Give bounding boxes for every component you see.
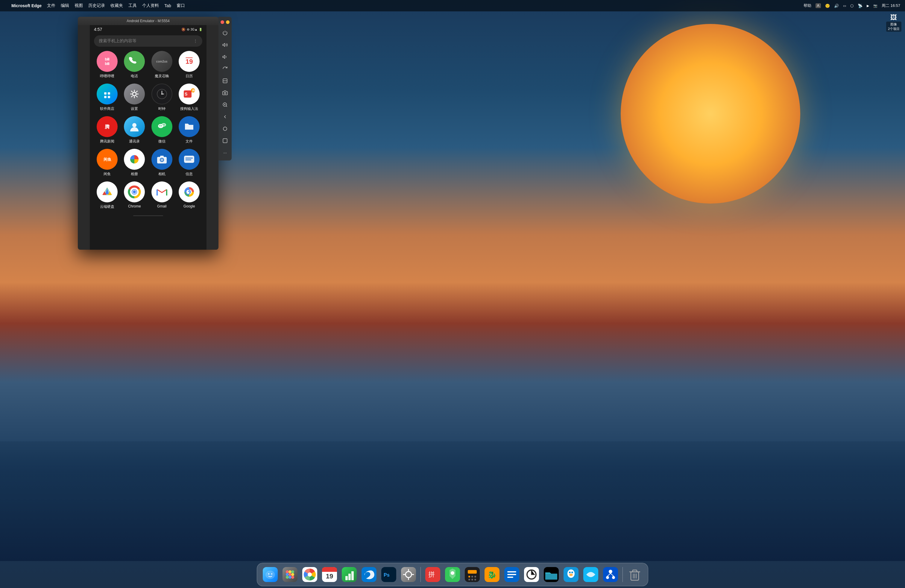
- menu-bookmarks[interactable]: 收藏夹: [110, 3, 123, 8]
- panel-rotate-btn[interactable]: [220, 64, 230, 74]
- dock-launchpad[interactable]: [281, 566, 299, 583]
- menu-help[interactable]: 帮助: [803, 3, 811, 8]
- menu-tab[interactable]: Tab: [164, 3, 171, 8]
- app-sougou[interactable]: S 狗 搜狗输入法: [178, 84, 201, 111]
- menu-profile[interactable]: 个人资料: [142, 3, 159, 8]
- dock-qq[interactable]: [562, 566, 580, 583]
- svg-point-53: [286, 571, 289, 573]
- app-wechat[interactable]: 微信: [151, 116, 173, 144]
- svg-point-8: [161, 94, 162, 95]
- dock-sourcetree[interactable]: [602, 566, 619, 583]
- photos-label: 相册: [131, 172, 138, 176]
- panel-screenshot-btn[interactable]: [220, 87, 230, 98]
- app-appstore[interactable]: 软件商店: [96, 84, 119, 111]
- volume-icon[interactable]: 🔊: [834, 3, 839, 8]
- dock-qq2[interactable]: [582, 566, 600, 583]
- app-photos[interactable]: 相册: [123, 149, 146, 176]
- app-magic[interactable]: com2us 魔灵召唤: [151, 51, 173, 79]
- dock-app-pinduoduo[interactable]: 拼: [424, 566, 442, 583]
- app-grid: bilibili 哔哩哔哩 电话 com2us 魔灵召唤: [90, 51, 206, 215]
- panel-minimize-btn[interactable]: [226, 21, 230, 24]
- app-calendar[interactable]: 19 日历: [178, 51, 201, 79]
- dock-sysprefs[interactable]: [400, 566, 418, 583]
- menu-tools[interactable]: 工具: [129, 3, 137, 8]
- panel-vol-up-btn[interactable]: [220, 40, 230, 50]
- dock-app-folder[interactable]: [542, 566, 560, 583]
- menu-window[interactable]: 窗口: [176, 3, 185, 8]
- dock-app-maps[interactable]: [443, 566, 462, 583]
- svg-marker-38: [223, 56, 225, 59]
- svg-point-90: [468, 579, 470, 580]
- svg-point-49: [265, 571, 275, 579]
- datetime[interactable]: 周二 16:57: [882, 3, 900, 8]
- panel-power-btn[interactable]: [220, 27, 230, 38]
- dock-trash[interactable]: [626, 566, 644, 583]
- bilibili-label: 哔哩哔哩: [100, 74, 114, 79]
- battery-icon[interactable]: ▭: [843, 4, 846, 8]
- svg-point-56: [286, 573, 289, 576]
- panel-close-btn[interactable]: [221, 21, 224, 24]
- svg-rect-69: [345, 576, 348, 580]
- app-settings[interactable]: 设置: [123, 84, 146, 111]
- panel-recents-btn[interactable]: [220, 135, 230, 146]
- screen-record-icon[interactable]: ▶: [867, 4, 869, 8]
- app-chrome[interactable]: Chrome: [123, 181, 146, 209]
- panel-more-btn[interactable]: ···: [220, 147, 230, 158]
- menubar-extra[interactable]: 📷: [873, 4, 878, 8]
- airdrop-icon[interactable]: 📡: [858, 3, 862, 8]
- app-name[interactable]: Microsoft Edge: [11, 3, 41, 8]
- svg-point-21: [164, 124, 165, 126]
- app-camera[interactable]: 相机: [151, 149, 173, 176]
- dock-photos[interactable]: [301, 566, 319, 583]
- app-messages[interactable]: 信息: [178, 149, 201, 176]
- app-gmail[interactable]: Gmail: [151, 181, 173, 209]
- emoji-icon[interactable]: 🙂: [825, 3, 830, 8]
- panel-vol-down-btn[interactable]: [220, 51, 230, 62]
- messages-icon: [179, 149, 200, 170]
- app-phone[interactable]: 电话: [123, 51, 146, 79]
- svg-point-87: [468, 576, 470, 577]
- bluetooth-icon[interactable]: ⬡: [850, 3, 854, 8]
- input-method-icon[interactable]: A: [816, 3, 821, 8]
- app-tencentnews[interactable]: 腾 腾讯新闻: [96, 116, 119, 144]
- panel-zoom-btn[interactable]: [220, 99, 230, 110]
- svg-point-41: [224, 92, 226, 94]
- android-search-bar[interactable]: 搜索手机上的内容等 ⋮: [94, 35, 202, 47]
- menu-view[interactable]: 视图: [75, 3, 83, 8]
- dock-calendar[interactable]: 19: [321, 566, 338, 583]
- dock-edge[interactable]: [360, 566, 378, 583]
- app-contacts[interactable]: 通讯录: [123, 116, 146, 144]
- dock-finder[interactable]: [261, 566, 279, 583]
- dock-calculator[interactable]: [463, 566, 481, 583]
- tencentnews-icon: 腾: [97, 116, 117, 137]
- app-bilibili[interactable]: bilibili 哔哩哔哩: [96, 51, 119, 79]
- dock-photoshop[interactable]: Ps: [380, 566, 398, 583]
- battery-icon-android: 🔋: [199, 28, 202, 31]
- dock-app-tasks[interactable]: [503, 566, 521, 583]
- water-overlay: [0, 441, 905, 561]
- panel-back-btn[interactable]: [220, 111, 230, 122]
- app-clock[interactable]: 时钟: [151, 84, 173, 111]
- menu-edit[interactable]: 编辑: [61, 3, 69, 8]
- sougou-icon: S 狗: [179, 84, 200, 105]
- app-xianyu[interactable]: 闲鱼 闲鱼: [96, 149, 119, 176]
- app-drive[interactable]: 云端硬盘: [96, 181, 119, 209]
- panel-home-btn[interactable]: [220, 123, 230, 134]
- panel-fold-btn[interactable]: [220, 75, 230, 86]
- appstore-label: 软件商店: [100, 106, 114, 111]
- sougou-label: 搜狗输入法: [180, 106, 198, 111]
- svg-marker-37: [223, 43, 225, 47]
- menu-file[interactable]: 文件: [47, 3, 56, 8]
- svg-rect-96: [507, 571, 516, 572]
- dock-app-orange[interactable]: 🐉: [483, 566, 501, 583]
- google-icon: [179, 181, 200, 202]
- clock-icon: [151, 84, 172, 105]
- dock-app-ubersicht[interactable]: [522, 566, 540, 583]
- app-google[interactable]: Google: [178, 181, 201, 209]
- menu-history[interactable]: 历史记录: [88, 3, 105, 8]
- search-placeholder: 搜索手机上的内容等: [99, 38, 137, 44]
- app-files[interactable]: 文件: [178, 116, 201, 144]
- svg-rect-3: [108, 96, 110, 98]
- svg-point-15: [132, 123, 137, 127]
- dock-numbers[interactable]: [340, 566, 358, 583]
